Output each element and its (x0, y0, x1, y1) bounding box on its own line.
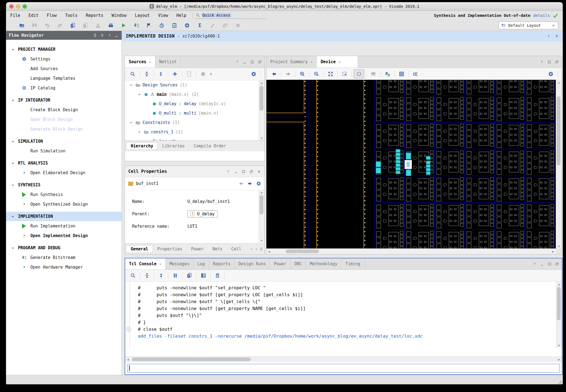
flow-section-ip-integrator[interactable]: IP INTEGRATOR (6, 96, 122, 105)
console-vertical-scrollbar[interactable]: ▲ ▼ (556, 282, 562, 348)
report-icon[interactable] (66, 21, 79, 30)
details-link[interactable]: details (533, 13, 550, 18)
pause-button[interactable] (170, 271, 180, 280)
flow-item-open-elaborated-design[interactable]: Open Elaborated Design (6, 168, 122, 178)
flow-section-project-manager[interactable]: PROJECT MANAGER (6, 45, 122, 54)
device-tab-device[interactable]: Device✕ (317, 56, 358, 68)
device-vertical-scrollbar[interactable]: ▲ ▼ (556, 80, 562, 249)
sources-bottom-tab-compile-order[interactable]: Compile Order (189, 142, 230, 150)
flow-item-add-sources[interactable]: Add Sources (6, 64, 122, 73)
open-project-icon[interactable] (15, 21, 28, 30)
flow-item-open-implemented-design[interactable]: Open Implemented Design (6, 231, 122, 240)
table-button[interactable] (198, 271, 208, 280)
trash-button[interactable] (213, 271, 222, 280)
close-tab-icon[interactable]: ✕ (310, 60, 313, 64)
tab-menu-icon[interactable]: ☰ (260, 247, 263, 251)
maximize-icon[interactable] (242, 169, 246, 174)
tree-item-constrs-1[interactable]: constrs_1(1) (125, 127, 264, 137)
run-icon[interactable] (117, 21, 130, 30)
sources-tab-sources[interactable]: Sources✕ (125, 56, 155, 68)
flow-section-simulation[interactable]: SIMULATION (6, 137, 122, 146)
badge-dot-button[interactable] (198, 70, 208, 78)
attach-icon[interactable] (219, 21, 232, 30)
expand-all-icon[interactable] (100, 33, 104, 38)
tree-item-u-delay-delay[interactable]: U_delay : delay(delay1c.v) (125, 99, 264, 108)
maximize-icon[interactable] (250, 60, 254, 64)
console-tab-tcl-console[interactable]: Tcl Console✕ (125, 258, 166, 269)
gear-icon[interactable] (256, 181, 261, 186)
panel-resize-grip[interactable] (556, 249, 562, 254)
close-window-button[interactable] (9, 4, 14, 9)
cell-properties-bottom-tab-general[interactable]: General (126, 245, 153, 253)
expand-all-button[interactable] (156, 70, 166, 78)
timer-icon[interactable] (155, 21, 168, 30)
menu-window[interactable]: Window (108, 13, 131, 18)
sources-tab-netlist[interactable]: Netlist (155, 56, 181, 68)
help-icon[interactable]: ? (235, 60, 239, 64)
flow-item-language-templates[interactable]: Language Templates (6, 73, 122, 83)
zoom-selection-button[interactable] (340, 70, 350, 78)
tcl-command-input[interactable] (127, 364, 560, 373)
collapse-all-icon[interactable] (93, 33, 97, 38)
copy-doc-button[interactable] (184, 271, 194, 280)
forward-icon[interactable] (247, 181, 252, 186)
find-icon[interactable] (104, 21, 117, 30)
cell-properties-bottom-tab-power[interactable]: Power (187, 245, 208, 253)
minimize-icon[interactable] (234, 169, 238, 174)
generate-bitstream-icon[interactable]: 0110 (130, 21, 143, 30)
help-icon[interactable]: ? (226, 169, 230, 174)
expander-icon[interactable] (129, 83, 133, 87)
expander-icon[interactable] (138, 93, 141, 96)
scroll-right-icon[interactable] (255, 248, 258, 251)
tree-item-u-multi-multi[interactable]: U_multi : multi(main.v) (125, 108, 264, 118)
flow-item-create-block-design[interactable]: Create Block Design (6, 105, 122, 115)
search-button[interactable] (128, 70, 138, 78)
help-icon[interactable]: ? (540, 60, 544, 64)
menu-help[interactable]: Help (172, 13, 190, 18)
zoom-fit-button[interactable] (326, 70, 336, 78)
cell-properties-bottom-tab-cell[interactable]: Cell (227, 245, 246, 253)
console-tab-power[interactable]: Power (270, 258, 290, 269)
expander-icon[interactable] (129, 121, 133, 124)
window-resize-grip[interactable] (557, 380, 562, 384)
tree-item-design-sources[interactable]: Design Sources(1) (125, 80, 264, 90)
menu-tools[interactable]: Tools (61, 13, 82, 18)
flow-section-implementation[interactable]: IMPLEMENTATION (6, 212, 122, 221)
flow-section-program-and-debug[interactable]: PROGRAM AND DEBUG (6, 243, 122, 253)
copy-icon[interactable] (79, 21, 92, 30)
checklist-icon[interactable] (168, 21, 181, 30)
menu-layout[interactable]: Layout (131, 13, 154, 18)
cell-properties-scrollbar[interactable]: ▲ ▼ (259, 190, 264, 243)
float-icon[interactable] (555, 60, 559, 64)
flow-item-run-implementation[interactable]: Run Implementation (6, 221, 122, 231)
fold-collapse-icon[interactable]: − (126, 327, 131, 332)
float-icon[interactable] (555, 262, 559, 266)
sigma-icon[interactable]: Σ (193, 21, 206, 30)
tree-item-constraints[interactable]: Constraints(1) (125, 118, 264, 127)
gear-button[interactable] (546, 70, 556, 78)
maximize-icon[interactable] (547, 60, 551, 64)
device-view[interactable] (266, 80, 556, 249)
expand-window-button[interactable] (411, 70, 421, 78)
zoom-out-button[interactable] (311, 70, 321, 78)
forward-button[interactable] (283, 70, 293, 78)
console-tab-methodology[interactable]: Methodology (306, 258, 341, 269)
device-tab-project-summary[interactable]: Project Summary✕ (266, 56, 317, 68)
close-tab-icon[interactable]: ✕ (149, 60, 151, 64)
flow-item-ip-catalog[interactable]: IP Catalog (6, 83, 122, 93)
flow-item-settings[interactable]: Settings (6, 54, 122, 64)
console-tab-messages[interactable]: Messages (166, 258, 193, 269)
menu-file[interactable]: File (6, 13, 24, 18)
expand-all-button[interactable] (156, 271, 166, 280)
console-tab-timing[interactable]: Timing (342, 258, 365, 269)
zoom-in-button[interactable] (297, 70, 307, 78)
cell-properties-bottom-tab-properties[interactable]: Properties (153, 245, 187, 253)
scroll-left-icon[interactable] (250, 248, 253, 251)
close-tab-icon[interactable]: ✕ (338, 60, 340, 64)
settings-icon[interactable] (181, 21, 193, 30)
marker-icon[interactable] (206, 21, 219, 30)
window-views-button[interactable] (397, 70, 407, 78)
parent-cell-button[interactable]: IU_delay (187, 210, 218, 218)
goto-icon[interactable] (143, 21, 155, 30)
sources-bottom-tab-hierarchy[interactable]: Hierarchy (126, 142, 158, 150)
